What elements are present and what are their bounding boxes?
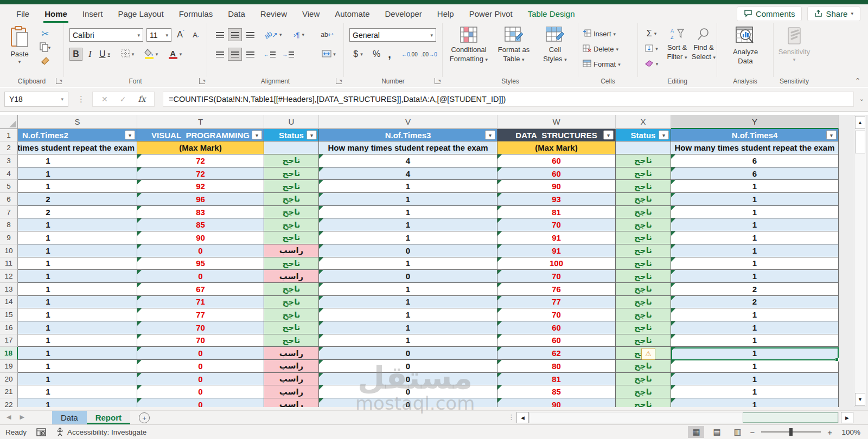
row-header-8[interactable]: 8 bbox=[0, 218, 18, 231]
font-name-combo[interactable]: Calibri▾ bbox=[69, 28, 143, 42]
percent-style-button[interactable]: % bbox=[370, 48, 383, 61]
cell-X6[interactable]: ناجح bbox=[616, 193, 671, 206]
hscroll-left-arrow[interactable]: ◀ bbox=[516, 412, 529, 423]
cell-X22[interactable]: ناجح bbox=[616, 398, 671, 407]
row-header-5[interactable]: 5 bbox=[0, 180, 18, 193]
cell-T13[interactable]: 67 bbox=[137, 283, 264, 296]
italic-button[interactable]: I bbox=[85, 48, 95, 61]
row-header-9[interactable]: 9 bbox=[0, 231, 18, 244]
cell-Y10[interactable]: 1 bbox=[671, 244, 839, 257]
subheader-S[interactable]: How many times student repeat the exam bbox=[18, 141, 137, 154]
name-box[interactable]: Y18 ▾ bbox=[4, 92, 68, 107]
cell-Y9[interactable]: 1 bbox=[671, 231, 839, 244]
cell-V20[interactable]: 0 bbox=[319, 373, 497, 386]
cell-S19[interactable]: 1 bbox=[18, 360, 137, 373]
cell-W20[interactable]: 81 bbox=[497, 373, 616, 386]
cell-T12[interactable]: 0 bbox=[137, 270, 264, 283]
sheet-nav-right-arrow[interactable]: ▶ bbox=[20, 414, 24, 421]
filter-button-V[interactable]: ▾ bbox=[485, 131, 495, 140]
accounting-format-button[interactable]: $▾ bbox=[349, 48, 367, 61]
increase-decimal-button[interactable]: ←0.00 bbox=[400, 48, 419, 61]
column-header-X[interactable]: X bbox=[616, 115, 671, 129]
align-middle-button[interactable] bbox=[228, 28, 242, 41]
cell-S18[interactable]: 1 bbox=[18, 347, 137, 360]
font-dialog-launcher[interactable] bbox=[199, 78, 205, 84]
cell-S13[interactable]: 1 bbox=[18, 283, 137, 296]
cell-S6[interactable]: 2 bbox=[18, 193, 137, 206]
normal-view-button[interactable]: ▦ bbox=[688, 426, 704, 438]
cell-T22[interactable]: 0 bbox=[137, 398, 264, 407]
cell-U9[interactable]: ناجح bbox=[264, 231, 319, 244]
row-header-10[interactable]: 10 bbox=[0, 244, 18, 257]
cell-V15[interactable]: 1 bbox=[319, 308, 497, 321]
cell-V13[interactable]: 1 bbox=[319, 283, 497, 296]
zoom-slider[interactable] bbox=[761, 431, 821, 432]
filter-button-T[interactable]: ▾ bbox=[252, 131, 262, 140]
reading-order-button[interactable]: ›¶▾ bbox=[288, 28, 310, 41]
subheader-Y[interactable]: How many times student repeat the exam bbox=[671, 141, 839, 154]
filter-button-Y[interactable]: ▾ bbox=[826, 131, 837, 140]
cell-V17[interactable]: 1 bbox=[319, 334, 497, 347]
cell-W5[interactable]: 90 bbox=[497, 180, 616, 193]
filter-button-U[interactable]: ▾ bbox=[307, 131, 317, 140]
cell-Y6[interactable]: 1 bbox=[671, 193, 839, 206]
cell-T17[interactable]: 70 bbox=[137, 334, 264, 347]
accessibility-icon[interactable]: Accessibility: Investigate bbox=[56, 428, 146, 436]
cell-Y13[interactable]: 2 bbox=[671, 283, 839, 296]
ribbon-tab-help[interactable]: Help bbox=[430, 4, 462, 23]
ribbon-tab-home[interactable]: Home bbox=[37, 4, 75, 23]
filter-button-S[interactable]: ▾ bbox=[125, 131, 135, 140]
cell-W15[interactable]: 70 bbox=[497, 308, 616, 321]
cell-U6[interactable]: ناجح bbox=[264, 193, 319, 206]
copy-button[interactable]: ▾ bbox=[38, 41, 52, 54]
borders-button[interactable]: ▾ bbox=[118, 48, 137, 61]
find-select-button[interactable]: Find &Select ▾ bbox=[691, 27, 716, 61]
cell-V4[interactable]: 4 bbox=[319, 167, 497, 180]
decrease-decimal-button[interactable]: .00→0 bbox=[420, 48, 438, 61]
cell-W11[interactable]: 100 bbox=[497, 257, 616, 270]
horizontal-scrollbar[interactable] bbox=[529, 412, 839, 423]
cell-Y14[interactable]: 2 bbox=[671, 296, 839, 309]
cell-T20[interactable]: 0 bbox=[137, 373, 264, 386]
cell-S14[interactable]: 1 bbox=[18, 296, 137, 309]
subheader-W[interactable]: (Max Mark) bbox=[497, 141, 616, 154]
cell-T7[interactable]: 83 bbox=[137, 206, 264, 219]
row-header-14[interactable]: 14 bbox=[0, 296, 18, 309]
clear-button[interactable]: ▾ bbox=[642, 57, 661, 70]
autosum-button[interactable]: Σ▾ bbox=[642, 27, 661, 40]
column-header-S[interactable]: S bbox=[18, 115, 137, 129]
clipboard-dialog-launcher[interactable] bbox=[56, 78, 62, 84]
ribbon-tab-developer[interactable]: Developer bbox=[377, 4, 429, 23]
formula-bar-expand-chevron[interactable]: ⌄ bbox=[859, 95, 864, 102]
align-top-button[interactable] bbox=[213, 28, 227, 41]
ribbon-tab-review[interactable]: Review bbox=[253, 4, 295, 23]
cell-T14[interactable]: 71 bbox=[137, 296, 264, 309]
vertical-scrollbar[interactable]: ▲ ▼ bbox=[854, 115, 866, 407]
cell-V22[interactable]: 0 bbox=[319, 398, 497, 407]
cell-V14[interactable]: 1 bbox=[319, 296, 497, 309]
cell-Y12[interactable]: 1 bbox=[671, 270, 839, 283]
cell-U14[interactable]: ناجح bbox=[264, 296, 319, 309]
cell-S11[interactable]: 1 bbox=[18, 257, 137, 270]
comments-button[interactable]: Comments bbox=[737, 7, 802, 21]
cell-U15[interactable]: ناجح bbox=[264, 308, 319, 321]
cell-X4[interactable]: ناجح bbox=[616, 167, 671, 180]
row-header-7[interactable]: 7 bbox=[0, 206, 18, 219]
macro-record-icon[interactable] bbox=[36, 428, 46, 436]
cell-Y17[interactable]: 1 bbox=[671, 334, 839, 347]
cell-X16[interactable]: ناجح bbox=[616, 321, 671, 334]
cell-T16[interactable]: 70 bbox=[137, 321, 264, 334]
cell-U12[interactable]: راسب bbox=[264, 270, 319, 283]
paste-button[interactable]: Paste ▾ bbox=[5, 26, 34, 65]
cell-W21[interactable]: 85 bbox=[497, 385, 616, 398]
cell-T6[interactable]: 96 bbox=[137, 193, 264, 206]
cell-W14[interactable]: 77 bbox=[497, 296, 616, 309]
subheader-U[interactable] bbox=[264, 141, 319, 154]
cell-S3[interactable]: 1 bbox=[18, 154, 137, 167]
subheader-T[interactable]: (Max Mark) bbox=[137, 141, 264, 154]
cell-Y21[interactable]: 1 bbox=[671, 385, 839, 398]
cell-S20[interactable]: 1 bbox=[18, 373, 137, 386]
fill-button[interactable]: ▾ bbox=[642, 42, 661, 55]
table-header-U[interactable]: Status▾ bbox=[264, 129, 319, 141]
cell-Y22[interactable]: 1 bbox=[671, 398, 839, 407]
